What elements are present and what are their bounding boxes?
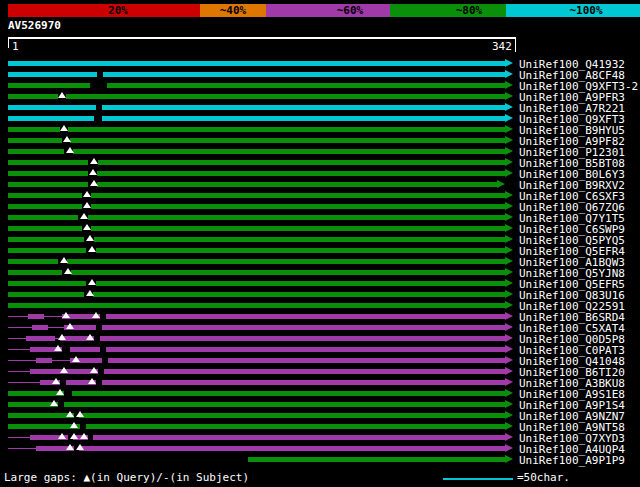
- subject-gap-mark: [96, 379, 102, 386]
- hit-bar-arrowhead: [505, 367, 513, 375]
- query-gap-triangle-icon: [72, 356, 80, 362]
- hit-bar-segment[interactable]: [8, 149, 505, 154]
- hit-bar-segment[interactable]: [8, 281, 505, 286]
- query-gap-triangle-icon: [70, 433, 78, 439]
- hit-bar-arrowhead: [505, 411, 513, 419]
- hit-bar-arrowhead: [505, 301, 513, 309]
- hit-bar-segment[interactable]: [36, 446, 505, 451]
- hit-bar-segment[interactable]: [30, 435, 505, 440]
- query-gap-triangle-icon: [60, 257, 68, 263]
- subject-gap-mark: [94, 335, 100, 342]
- hit-bar-arrowhead: [505, 378, 513, 386]
- subject-gap-mark: [94, 115, 102, 122]
- hit-bar-segment[interactable]: [28, 314, 44, 319]
- hit-bar-arrowhead: [505, 158, 513, 166]
- scale-bar-label: =50char.: [517, 471, 570, 484]
- hit-bar-arrowhead: [505, 114, 513, 122]
- hit-bar-segment[interactable]: [8, 371, 30, 372]
- hit-bar-segment[interactable]: [8, 349, 30, 350]
- hit-bar-segment[interactable]: [8, 248, 505, 253]
- hit-bar-segment[interactable]: [40, 380, 505, 385]
- hit-bar-segment[interactable]: [26, 336, 55, 341]
- hit-bar-segment[interactable]: [70, 358, 505, 363]
- hit-bar-segment[interactable]: [8, 448, 36, 449]
- hit-bar-segment[interactable]: [8, 160, 505, 165]
- hit-bar-segment[interactable]: [60, 336, 505, 341]
- hit-bar-segment[interactable]: [8, 127, 505, 132]
- query-gap-triangle-icon: [60, 367, 68, 373]
- hit-bar-segment[interactable]: [8, 171, 505, 176]
- hit-bar-arrowhead: [505, 92, 513, 100]
- hit-bar-arrowhead: [505, 444, 513, 452]
- hit-bar-arrowhead: [497, 180, 505, 188]
- hit-bar-segment[interactable]: [8, 72, 505, 77]
- hit-bar-segment[interactable]: [8, 292, 505, 297]
- hit-bar-arrowhead: [505, 147, 513, 155]
- hit-bar-segment[interactable]: [8, 61, 505, 66]
- hit-bar-segment[interactable]: [8, 94, 505, 99]
- query-gap-triangle-icon: [56, 389, 64, 395]
- hit-bar-arrowhead: [505, 356, 513, 364]
- hit-bar-segment[interactable]: [8, 138, 505, 143]
- hit-bar-arrowhead: [505, 136, 513, 144]
- query-gap-triangle-icon: [64, 268, 72, 274]
- query-gap-triangle-icon: [66, 411, 74, 417]
- hit-bar-arrowhead: [505, 59, 513, 67]
- hit-bar-segment[interactable]: [8, 237, 505, 242]
- query-gap-triangle-icon: [88, 279, 96, 285]
- query-gap-triangle-icon: [88, 246, 96, 252]
- hit-bar-segment[interactable]: [8, 437, 30, 438]
- hit-bar-segment[interactable]: [32, 325, 48, 330]
- hit-bar-segment[interactable]: [8, 259, 505, 264]
- query-gap-triangle-icon: [58, 92, 66, 98]
- hit-bar-segment[interactable]: [8, 116, 505, 121]
- hit-bar-arrowhead: [505, 290, 513, 298]
- query-gap-triangle-icon: [86, 235, 94, 241]
- query-gap-triangle-icon: [88, 378, 96, 384]
- hit-bar-segment[interactable]: [8, 83, 505, 88]
- hit-bar-arrowhead: [505, 312, 513, 320]
- hit-bar-segment[interactable]: [8, 182, 497, 187]
- hit-bar-arrowhead: [505, 224, 513, 232]
- query-gap-triangle-icon: [90, 158, 98, 164]
- hit-bar-segment[interactable]: [44, 316, 62, 317]
- hit-bar-segment[interactable]: [8, 316, 28, 317]
- query-gap-triangle-icon: [58, 433, 66, 439]
- subject-gap-mark: [90, 82, 107, 89]
- hit-bar-segment[interactable]: [62, 314, 505, 319]
- hit-bar-segment[interactable]: [248, 457, 505, 462]
- hit-label[interactable]: UniRef100_A9P1P9: [519, 455, 625, 466]
- subject-gap-mark: [60, 379, 66, 386]
- hit-bar-segment[interactable]: [64, 325, 505, 330]
- hit-bar-segment[interactable]: [36, 358, 52, 363]
- subject-gap-mark: [62, 346, 70, 353]
- query-gap-triangle-icon: [76, 444, 84, 450]
- hit-bar-segment[interactable]: [8, 270, 505, 275]
- hit-bar-segment[interactable]: [8, 360, 36, 361]
- hit-bar-segment[interactable]: [8, 391, 505, 396]
- hit-bar-segment[interactable]: [8, 327, 32, 328]
- hit-bar-segment[interactable]: [8, 105, 505, 110]
- hit-bar-arrowhead: [505, 323, 513, 331]
- alignment-row: UniRef100_A9P1P9: [0, 455, 640, 466]
- subject-gap-mark: [96, 104, 102, 111]
- hit-bar-segment[interactable]: [8, 338, 26, 339]
- hit-bar-arrowhead: [505, 400, 513, 408]
- large-gaps-legend: Large gaps: ▲(in Query)/-(in Subject): [4, 471, 249, 484]
- query-gap-triangle-icon: [83, 191, 91, 197]
- subject-gap-mark: [100, 313, 106, 320]
- hit-bar-arrowhead: [505, 345, 513, 353]
- hit-bar-arrowhead: [505, 334, 513, 342]
- query-gap-triangle-icon: [86, 334, 94, 340]
- query-gap-triangle-icon: [92, 312, 100, 318]
- hit-bar-segment[interactable]: [8, 303, 505, 308]
- hit-bar-segment[interactable]: [8, 382, 40, 383]
- hit-bar-segment[interactable]: [48, 327, 64, 328]
- query-gap-triangle-icon: [90, 367, 98, 373]
- query-gap-triangle-icon: [70, 422, 78, 428]
- query-gap-triangle-icon: [83, 202, 91, 208]
- hit-bar-segment[interactable]: [52, 360, 70, 361]
- hit-bar-segment[interactable]: [8, 402, 505, 407]
- query-gap-triangle-icon: [52, 378, 60, 384]
- hit-bar-arrowhead: [505, 389, 513, 397]
